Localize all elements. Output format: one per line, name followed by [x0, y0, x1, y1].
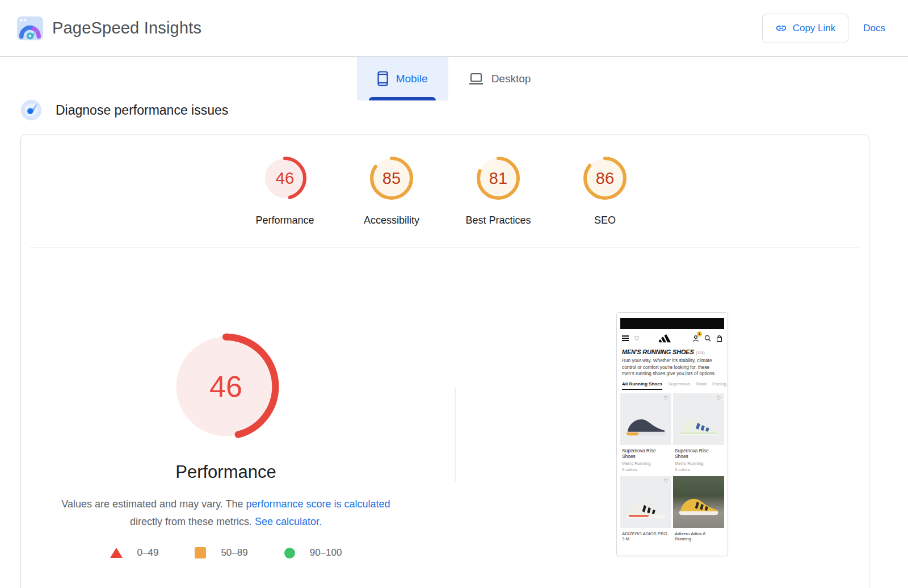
category-tab-supernova: Supernova [668, 381, 690, 387]
score-gauge-best-practices[interactable]: 81 Best Practices [445, 157, 552, 226]
mobile-phone-icon [377, 71, 388, 86]
favorite-heart-icon: ♡ [663, 478, 669, 484]
brand: PageSpeed Insights [17, 16, 201, 40]
legend-pass-range: 90–100 [310, 547, 342, 558]
average-square-icon [195, 547, 206, 558]
product-category: Men's Running [622, 461, 670, 466]
app-header: PageSpeed Insights Copy Link Docs [0, 0, 908, 57]
legend-pass: 90–100 [284, 547, 342, 558]
screenshot-page-title: MEN'S RUNNING SHOES [622, 348, 694, 355]
product-name: Supernova Rise Shoes [675, 448, 722, 459]
shopping-bag-icon [716, 335, 722, 342]
adidas-logo-icon [658, 334, 674, 343]
screenshot-category-tabs: All Running Shoes Supernova Road Racing … [620, 381, 724, 390]
performance-label: Performance [255, 215, 314, 226]
result-count: (104) [696, 351, 705, 355]
header-actions: Copy Link Docs [762, 14, 885, 43]
favorite-heart-icon: ♡ [663, 396, 669, 401]
product-caption-1: Supernova Rise Shoes Men's Running 5 col… [620, 445, 671, 476]
screenshot-description: Run your way. Whether it's stability, cl… [620, 358, 724, 377]
score-calculation-link[interactable]: performance score is calculated [246, 498, 390, 510]
performance-gauge: 46 [263, 157, 306, 200]
account-badge: 1 [697, 331, 702, 337]
link-icon [775, 22, 787, 34]
accessibility-label: Accessibility [364, 215, 419, 226]
performance-description: Values are estimated and may vary. The p… [50, 495, 402, 531]
score-gauge-seo[interactable]: 86 SEO [552, 157, 658, 226]
product-colors: 5 colors [675, 467, 722, 472]
report-card: 46 Performance 85 Accessibility [20, 135, 869, 588]
score-legend: 0–49 50–89 90–100 [56, 547, 396, 558]
menu-icon [622, 335, 629, 341]
seo-gauge: 86 [583, 157, 627, 200]
big-performance-score: 46 [172, 333, 280, 440]
speedometer-icon [20, 99, 42, 121]
seo-label: SEO [594, 215, 616, 226]
big-performance-gauge: 46 [172, 333, 280, 440]
tab-mobile-label: Mobile [396, 73, 428, 85]
see-calculator-link[interactable]: See calculator. [255, 516, 322, 527]
score-gauge-accessibility[interactable]: 85 Accessibility [338, 157, 445, 226]
product-image-4 [673, 476, 724, 528]
copy-link-label: Copy Link [793, 23, 836, 34]
vertical-divider [455, 388, 456, 482]
category-tab-road: Road [696, 381, 707, 387]
legend-average: 50–89 [195, 547, 247, 558]
performance-detail-title: Performance [56, 462, 396, 482]
favorite-heart-icon: ♡ [716, 396, 721, 401]
accessibility-score: 85 [370, 157, 413, 200]
desktop-laptop-icon [469, 73, 484, 85]
account-icon: 1 [692, 335, 699, 342]
tab-desktop[interactable]: Desktop [448, 57, 552, 100]
best-practices-label: Best Practices [465, 215, 531, 226]
legend-average-range: 50–89 [221, 547, 247, 558]
fail-triangle-icon [110, 548, 123, 558]
pass-circle-icon [284, 548, 295, 558]
search-icon [704, 335, 711, 342]
product-colors: 5 colors [622, 467, 670, 472]
product-image-3: ♡ [620, 476, 671, 528]
legend-fail: 0–49 [110, 547, 159, 558]
screenshot-top-bar [620, 318, 724, 329]
desc-text-2: directly from these metrics. [130, 516, 255, 527]
app-title: PageSpeed Insights [52, 19, 201, 37]
tab-mobile[interactable]: Mobile [357, 57, 448, 100]
pagespeed-insights-app: PageSpeed Insights Copy Link Docs Mobile [0, 0, 908, 588]
category-tab-all: All Running Shoes [622, 381, 662, 390]
product-name: Supernova Rise Shoes [622, 448, 670, 459]
category-tab-racing: Racing [712, 381, 726, 387]
performance-section: 46 Performance Values are estimated and … [21, 247, 869, 588]
product-caption-3: ADIZERO ADIOS PRO 3 M [620, 528, 671, 546]
product-category: Men's Running [675, 461, 722, 466]
product-grid: ♡ ♡ [620, 393, 724, 546]
accessibility-gauge: 85 [370, 157, 413, 200]
desc-text-1: Values are estimated and may vary. The [61, 498, 246, 510]
best-practices-score: 81 [477, 157, 520, 200]
section-title: Diagnose performance issues [56, 103, 228, 118]
product-image-2: ♡ [673, 393, 724, 445]
tab-desktop-label: Desktop [491, 73, 531, 85]
product-caption-4: Adizero Adios 8 Running [673, 528, 724, 546]
final-screenshot-thumbnail[interactable]: ♡ [616, 312, 728, 556]
active-tab-indicator [369, 97, 436, 100]
screenshot-navbar: ♡ [620, 331, 724, 345]
best-practices-gauge: 81 [477, 157, 520, 200]
performance-score: 46 [263, 157, 306, 200]
copy-link-button[interactable]: Copy Link [762, 14, 849, 43]
pagespeed-logo-icon [17, 16, 43, 40]
product-image-1: ♡ [620, 393, 671, 445]
device-tabs: Mobile Desktop [0, 57, 908, 100]
docs-link[interactable]: Docs [863, 23, 885, 34]
category-scores-row: 46 Performance 85 Accessibility [232, 135, 658, 226]
product-caption-2: Supernova Rise Shoes Men's Running 5 col… [673, 445, 724, 476]
diagnose-section-header: Diagnose performance issues [20, 99, 908, 121]
wishlist-heart-icon: ♡ [634, 335, 640, 342]
score-gauge-performance[interactable]: 46 Performance [232, 157, 338, 226]
seo-score: 86 [583, 157, 627, 200]
legend-fail-range: 0–49 [137, 547, 159, 558]
